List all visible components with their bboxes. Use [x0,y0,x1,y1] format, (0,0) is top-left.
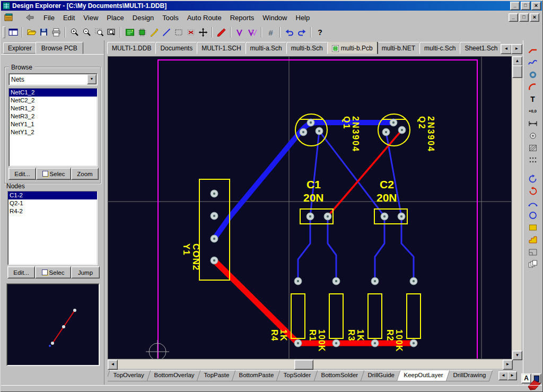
panel-layout-icon[interactable] [7,27,19,38]
nodes-list[interactable]: C1-2 Q2-1 R4-2 [7,191,98,265]
menu-file[interactable]: File [39,12,59,23]
print-icon[interactable] [50,27,62,38]
layer-tab-bottomoverlay[interactable]: BottomOverlay [146,370,201,381]
layer-tabs-scroll-left[interactable]: ◄ [498,371,508,380]
arc-rotate-icon[interactable] [526,185,540,196]
board-preview[interactable] [6,283,100,366]
net-list-item[interactable]: NetC1_2 [9,89,97,97]
zoom-in-icon[interactable] [68,27,81,38]
undo-icon[interactable] [283,27,295,38]
place-fill-hatched-icon[interactable] [526,142,540,153]
place-polygon-icon[interactable] [526,234,540,245]
close-button[interactable]: × [531,2,541,10]
pads[interactable] [211,119,417,347]
doc-tab-multi-a-sch[interactable]: multi-a.Sch [246,42,287,54]
deselect-icon[interactable] [185,27,197,38]
minimize-button[interactable]: _ [510,2,520,10]
vertical-scroll-thumb[interactable] [512,65,522,78]
net-list-item[interactable]: NetC2_2 [9,97,97,104]
place-line-icon[interactable] [160,27,172,38]
place-pad-icon[interactable] [526,130,540,141]
signal-tracks[interactable] [298,131,414,281]
place-component-icon[interactable] [136,27,148,38]
toolbar-grip[interactable] [3,27,5,38]
node-edit-button[interactable]: Edit... [7,266,35,278]
doc-tab-multi-c-sch[interactable]: multi-c.Sch [419,42,460,54]
open-document-icon[interactable] [25,27,38,38]
help-icon[interactable]: ? [314,27,326,38]
layer-tab-bottomsolder[interactable]: BottomSolder [313,370,365,381]
redo-icon[interactable] [295,27,308,38]
layer-tab-topsolder[interactable]: TopSolder [276,370,318,381]
net-edit-button[interactable]: Edit... [8,168,36,180]
interactive-route-icon[interactable] [526,45,540,56]
cross-probe-icon[interactable] [148,27,160,38]
node-list-item[interactable]: Q2-1 [8,199,97,207]
mdi-restore-button[interactable]: □ [519,13,529,22]
menu-window[interactable]: Window [258,12,291,23]
layer-tab-topoverlay[interactable]: TopOverlay [108,370,151,381]
maximize-button[interactable]: □ [521,2,530,10]
place-dimension-icon[interactable] [526,118,540,129]
zoom-window-icon[interactable] [93,27,105,38]
doc-tab-multi-b-sch[interactable]: multi-b.Sch [286,42,328,54]
tab-explorer[interactable]: Explorer [3,42,37,54]
menu-help[interactable]: Help [292,12,314,23]
menu-design[interactable]: Design [128,12,158,23]
layer-tab-toppaste[interactable]: TopPaste [197,370,237,381]
select-area-icon[interactable] [172,27,185,38]
split-plane-icon[interactable] [526,246,540,257]
snap-grid-icon[interactable]: # [265,27,277,38]
place-array-icon[interactable] [526,154,540,165]
layer-tab-keepoutlayer[interactable]: KeepOutLayer [397,370,450,381]
menu-tools[interactable]: Tools [158,12,182,23]
place-via-icon[interactable] [526,69,540,80]
mdi-close-button[interactable]: × [530,13,539,22]
menu-place[interactable]: Place [102,12,128,23]
back-arrow-icon[interactable] [25,14,34,21]
menu-edit[interactable]: Edit [59,12,79,23]
doc-tab-multi-b-pcb[interactable]: multi-b.Pcb [327,42,378,54]
place-arc-edge-icon[interactable] [526,81,540,92]
doc-tab-documents[interactable]: Documents [155,42,197,54]
doc-tab-sheet1-sch[interactable]: Sheet1.Sch [460,42,501,54]
place-track-icon[interactable] [526,57,540,68]
node-select-button[interactable]: Selec [35,266,71,278]
net-select-button[interactable]: Selec [36,168,71,180]
menu-view[interactable]: View [79,12,102,23]
thick-track[interactable] [214,123,393,239]
horizontal-scrollbar[interactable]: ◄ ► [108,360,512,369]
vertical-scrollbar[interactable]: ▲ ▼ [512,56,521,359]
scroll-right-arrow[interactable]: ► [503,360,513,370]
zoom-area-icon[interactable] [105,27,117,38]
layer-tab-drillguide[interactable]: DrillGuide [360,370,401,381]
doc-tab-multi-b-net[interactable]: multi-b.NET [377,42,420,54]
doc-tab-multi1-sch[interactable]: MULTI-1.SCH [197,42,246,54]
layer-tabs-scroll-right[interactable]: ► [507,371,517,380]
doc-tabs-scroll-right[interactable]: ► [511,44,522,54]
doc-tabs-scroll-left[interactable]: ◄ [501,44,512,54]
menu-auto-route[interactable]: Auto Route [183,12,226,23]
place-coordinate-icon[interactable]: +0,0 [526,106,540,117]
nets-list[interactable]: NetC1_2 NetC2_2 NetR1_2 NetR3_2 NetY1_1 … [8,88,98,167]
node-list-item[interactable]: R4-2 [8,207,97,215]
tab-browse-pcb[interactable]: Browse PCB [36,42,83,54]
save-icon[interactable] [38,27,50,38]
place-fill-icon[interactable] [526,222,540,233]
node-jump-button[interactable]: Jump [71,266,100,278]
menu-reports[interactable]: Reports [226,12,259,23]
net-list-item[interactable]: NetY1_2 [9,128,97,136]
net-list-item[interactable]: NetR1_2 [9,104,97,112]
highlight-net-icon[interactable] [215,27,227,38]
paste-array-icon[interactable] [526,258,540,269]
node-list-item[interactable]: C1-2 [8,191,97,199]
polygon-plane-alt-icon[interactable] [246,27,258,38]
place-string-icon[interactable]: T [526,93,540,104]
horizontal-scroll-thumb[interactable] [294,360,313,370]
doc-tab-multi1-ddb[interactable]: MULTI-1.DDB [107,42,156,54]
move-icon[interactable] [197,27,209,38]
polygon-plane-icon[interactable] [234,27,246,38]
pcb-document-icon[interactable] [124,27,136,38]
title-bar[interactable]: Design Explorer - [C:\My Documents\MULTI… [1,1,542,11]
dropdown-arrow-icon[interactable]: ▼ [87,74,97,84]
